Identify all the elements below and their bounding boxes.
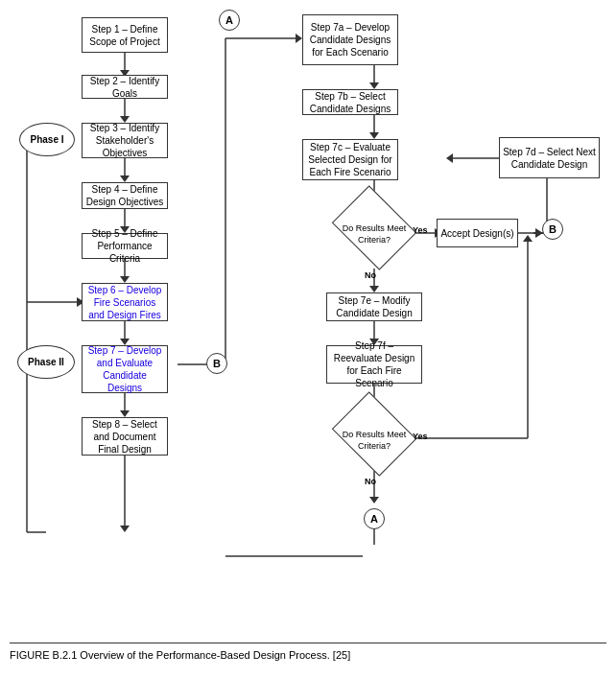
svg-marker-47 (296, 34, 302, 43)
step2-box: Step 2 – Identify Goals (82, 75, 168, 99)
svg-marker-9 (120, 276, 130, 283)
step7a-box: Step 7a – Develop Candidate Designs for … (302, 14, 398, 65)
svg-marker-20 (369, 82, 379, 89)
step3-box: Step 3 – Identify Stakeholder's Objectiv… (82, 123, 168, 158)
step7-box: Step 7 – Develop and Evaluate Candidate … (82, 345, 168, 393)
step4-label: Step 4 – Define Design Objectives (85, 183, 164, 208)
step5-box: Step 5 – Define Performance Criteria (82, 233, 168, 259)
step7f-box: Step 7f – Reevaluate Design for Each Fir… (326, 345, 422, 384)
step7a-label: Step 7a – Develop Candidate Designs for … (306, 21, 394, 58)
step6-box: Step 6 – Develop Fire Scenarios and Desi… (82, 283, 168, 321)
svg-marker-13 (120, 410, 130, 417)
step6-label: Step 6 – Develop Fire Scenarios and Desi… (85, 284, 164, 321)
svg-marker-32 (369, 497, 379, 503)
step7c-box: Step 7c – Evaluate Selected Design for E… (302, 139, 398, 180)
diamond2-label: Do Results Meet Criteria? (341, 430, 408, 452)
yes2-label: Yes (413, 432, 428, 441)
caption-text: FIGURE B.2.1 Overview of the Performance… (10, 649, 350, 661)
step8-label: Step 8 – Select and Document Final Desig… (85, 418, 164, 456)
svg-marker-53 (120, 526, 130, 532)
yes1-label: Yes (413, 225, 428, 235)
step7f-label: Step 7f – Reevaluate Design for Each Fir… (330, 339, 418, 389)
diagram: Step 1 – Define Scope of Project Step 2 … (10, 10, 606, 652)
step1-box: Step 1 – Define Scope of Project (82, 17, 168, 53)
svg-marker-5 (120, 175, 130, 182)
no1-label: No (365, 270, 376, 280)
svg-marker-26 (369, 286, 379, 292)
step3-label: Step 3 – Identify Stakeholder's Objectiv… (85, 122, 164, 159)
step7b-box: Step 7b – Select Candidate Designs (302, 89, 398, 115)
accept-box: Accept Design(s) (437, 219, 518, 247)
phase1-oval: Phase I (19, 123, 75, 156)
step8-box: Step 8 – Select and Document Final Desig… (82, 417, 168, 456)
connector-a-top: A (219, 10, 240, 31)
step7d-box: Step 7d – Select Next Candidate Design (499, 137, 600, 178)
svg-marker-22 (369, 132, 379, 139)
step7c-label: Step 7c – Evaluate Selected Design for E… (306, 141, 394, 178)
step7d-label: Step 7d – Select Next Candidate Design (503, 146, 596, 171)
svg-marker-42 (446, 153, 453, 163)
step4-box: Step 4 – Define Design Objectives (82, 182, 168, 209)
accept-label: Accept Design(s) (440, 227, 513, 240)
step7e-box: Step 7e – Modify Candidate Design (326, 292, 422, 321)
figure-caption: FIGURE B.2.1 Overview of the Performance… (10, 643, 606, 652)
step7e-label: Step 7e – Modify Candidate Design (330, 294, 418, 319)
connector-b-right: B (542, 219, 563, 240)
step7-label: Step 7 – Develop and Evaluate Candidate … (85, 344, 164, 394)
step7b-label: Step 7b – Select Candidate Designs (306, 90, 394, 115)
step5-label: Step 5 – Define Performance Criteria (85, 227, 164, 265)
phase1-label: Phase I (30, 134, 63, 145)
phase2-label: Phase II (28, 357, 64, 367)
diamond1-label: Do Results Meet Criteria? (341, 223, 408, 245)
phase2-oval: Phase II (17, 345, 75, 379)
step1-label: Step 1 – Define Scope of Project (85, 23, 164, 48)
step2-label: Step 2 – Identify Goals (85, 75, 164, 100)
connector-b-left: B (206, 353, 227, 374)
svg-marker-40 (523, 235, 533, 242)
no2-label: No (365, 477, 376, 486)
connector-a-bottom: A (364, 508, 385, 529)
